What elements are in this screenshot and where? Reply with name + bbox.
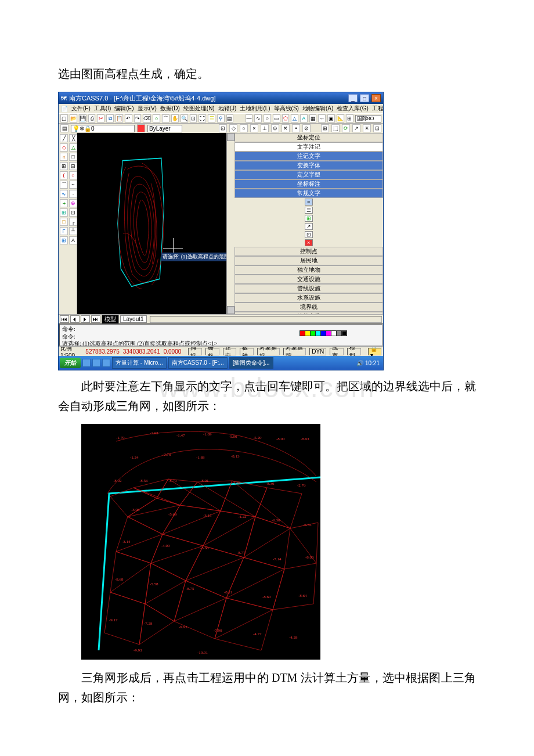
tb-undo[interactable]: ↶ [125,114,132,123]
status-ortho[interactable]: 正交 [223,348,237,355]
tb-new[interactable]: ▢ [60,114,68,123]
view-orbit[interactable]: ⟳ [342,124,350,132]
window-maximize-button[interactable]: □ [360,94,369,102]
drawing-canvas[interactable]: 请选择: (1)选取高程点的范围 (2)直接选取高程点或控制点<1> [77,133,226,314]
rp-icon-1[interactable]: ≡ [305,199,313,206]
lt-point[interactable]: · [69,190,77,198]
tb-zoomwin[interactable]: ⊡ [190,114,197,123]
mt-first[interactable]: ⏮ [60,315,69,323]
status-osnap[interactable]: 对象捕捉 [257,348,280,355]
lt-tri[interactable]: △ [69,143,77,152]
tb-pan[interactable]: ✋ [171,114,179,123]
task-cass[interactable]: 南方CASS7.0 - [F:... [168,357,228,369]
lt-plus[interactable]: ＋ [60,199,68,207]
tb-measure[interactable]: 📐 [337,114,344,123]
menu-file[interactable]: 文件(F) [71,105,91,113]
ql-ie[interactable] [82,359,91,367]
status-snap[interactable]: 捕捉 [188,348,202,355]
lt-hatch[interactable]: ⊞ [60,236,68,244]
rp-change-font[interactable]: 变换字体 [234,161,384,170]
tb-poly[interactable]: ⬠ [282,114,290,123]
swatch-black[interactable] [342,331,347,336]
tb-rect[interactable]: ▭ [273,114,280,123]
view-iso[interactable]: ⬚ [331,124,340,132]
lt-text[interactable]: A [69,236,77,244]
tb-cut[interactable]: ✂ [97,114,104,123]
menu-view[interactable]: 显示(V) [138,105,157,113]
lt-gamma[interactable]: Γ [60,227,68,235]
osnap-none[interactable]: ⊘ [302,124,311,132]
tb-copy[interactable]: ⧉ [106,114,114,123]
osnap-end[interactable]: ⊡ [219,124,227,132]
tb-text[interactable]: A [300,114,308,123]
tb-print[interactable]: ⎙ [88,114,96,123]
rp-text-annot[interactable]: 文字注记 [234,142,384,152]
rp-independent[interactable]: 独立地物 [234,265,384,275]
layer-mgr-icon[interactable]: ▤ [60,124,68,132]
menu-check[interactable]: 检查入库(G) [337,105,368,113]
coord-sys-dropdown[interactable]: 国际8O [355,115,381,123]
tb-hatch[interactable]: ▦ [309,114,317,123]
tb-line[interactable]: — [246,114,253,123]
lt-box[interactable]: ⊡ [69,208,77,217]
mt-prev[interactable]: ⏴ [70,315,80,323]
menu-landuse[interactable]: 土地利用(L) [240,105,270,113]
lt-spline2[interactable]: ∿ [60,190,68,198]
ql-explorer[interactable] [102,359,110,367]
rp-icon-4[interactable]: ↗ [305,223,313,230]
swatch-red[interactable] [300,331,305,336]
status-dyn[interactable]: DYN [309,348,326,355]
view-front[interactable]: ⊞ [321,124,329,132]
vertical-scrollbar[interactable] [226,133,234,314]
osnap-cen[interactable]: ○ [240,124,248,132]
window-minimize-button[interactable]: _ [348,94,358,102]
rp-transport[interactable]: 交通设施 [234,275,384,284]
rp-icon-5[interactable]: ⊡ [305,231,313,238]
tb-block[interactable]: ▣ [327,114,335,123]
lt-line[interactable]: ╱ [60,134,68,142]
menu-drawing[interactable]: 绘图处理(N) [183,105,215,113]
menu-contour[interactable]: 等高线(S) [274,105,299,113]
tb-pline[interactable]: ∿ [254,114,262,123]
tb-wblock[interactable]: ⊞ [346,114,353,123]
mt-last[interactable]: ⏭ [91,315,100,323]
lt-oplus2[interactable]: ⊞ [60,208,68,217]
osnap-int[interactable]: × [250,124,258,132]
tb-save[interactable]: 💾 [79,114,86,123]
rp-icon-2[interactable]: ☰ [305,207,313,214]
lt-corner[interactable]: ┌ [69,218,77,226]
ucs-icon[interactable]: ↗ [352,124,360,132]
status-lwt[interactable]: 线宽 [330,348,344,355]
lt-grid2[interactable]: ⊟ [69,162,77,170]
lt-perp[interactable]: ╧ [69,227,77,235]
task-other[interactable]: [插图类命令]... [229,357,273,369]
linetype-dropdown[interactable]: ByLayer [147,125,182,132]
lt-rect[interactable]: □ [69,153,77,161]
rp-water[interactable]: 水系设施 [234,293,384,303]
menu-cadastre[interactable]: 地籍(J) [218,105,237,113]
status-grid[interactable]: 栅格 [205,348,219,355]
ql-desktop[interactable] [92,359,100,367]
tb-match[interactable]: ⚲ [217,114,225,123]
osnap-near[interactable]: ✕ [282,124,290,132]
menu-edit[interactable]: 编辑(E) [114,105,134,113]
swatch-white[interactable] [331,331,336,336]
lt-circle[interactable]: ○ [69,171,77,179]
rp-icon-3[interactable]: ⊞ [305,215,313,222]
swatch-yellow[interactable] [305,331,310,336]
swatch-gray[interactable] [337,331,341,336]
osnap-mid[interactable]: ◇ [229,124,237,132]
rp-icon-close[interactable]: × [305,239,313,246]
task-word[interactable]: 方量计算 - Micro... [112,357,167,369]
tb-erase[interactable]: ⌫ [143,114,151,123]
menu-terrain-edit[interactable]: 地物编辑(A) [302,105,333,113]
tb-props[interactable]: ☰ [208,114,215,123]
tb-zoomall[interactable]: ⛶ [199,114,206,123]
lt-arc[interactable]: ( [60,171,68,179]
menu-tools[interactable]: 工具(I) [94,105,111,113]
tab-layout1[interactable]: Layout1 [120,315,147,323]
status-polar[interactable]: 极轴 [240,348,254,355]
tb-paste[interactable]: 📋 [116,114,123,123]
menu-engineering[interactable]: 工程应用(C) [372,105,383,113]
tb-dim[interactable]: ↔ [318,114,326,123]
